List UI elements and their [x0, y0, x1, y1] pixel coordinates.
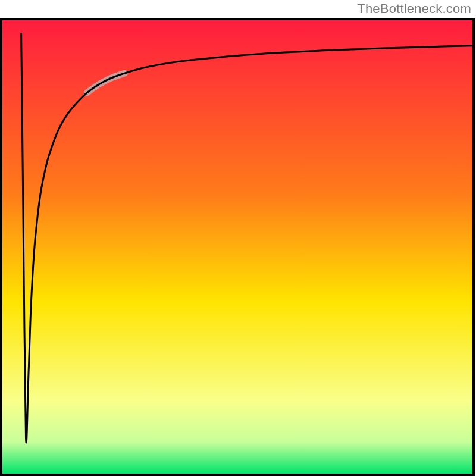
- chart-container: TheBottleneck.com: [0, 0, 476, 476]
- watermark-text: TheBottleneck.com: [357, 1, 471, 17]
- chart-svg: [0, 0, 476, 476]
- plot-background: [2, 20, 472, 474]
